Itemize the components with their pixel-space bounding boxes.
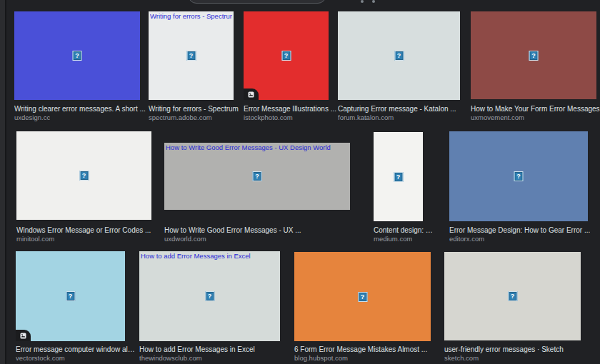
result-domain[interactable]: medium.com (374, 235, 412, 243)
broken-image-icon: ? (529, 51, 539, 61)
broken-image-icon: ? (253, 171, 262, 181)
broken-image-icon: ? (186, 51, 196, 61)
result-domain[interactable]: uxmovement.com (471, 113, 524, 121)
image-stack-icon (20, 329, 26, 342)
broken-image-icon: ? (281, 51, 291, 61)
result-title[interactable]: Error Message Illustrations ... (244, 105, 336, 113)
image-result-thumbnail[interactable]: ? (16, 131, 151, 220)
result-domain[interactable]: sketch.com (444, 354, 479, 362)
result-domain[interactable]: thewindowsclub.com (139, 354, 202, 362)
broken-image-alt-text: How to Write Good Error Messages - UX De… (166, 143, 349, 152)
cropped-text-mark (361, 0, 364, 3)
image-result-thumbnail[interactable]: Writing for errors - Spectrum? (149, 11, 234, 100)
image-stack-badge (16, 330, 31, 341)
image-stack-badge (244, 89, 259, 100)
result-domain[interactable]: editorx.com (449, 235, 484, 243)
broken-image-icon: ? (79, 171, 89, 181)
result-domain[interactable]: istockphoto.com (244, 113, 293, 121)
image-result-thumbnail[interactable]: ? (294, 252, 431, 341)
image-result-thumbnail[interactable]: ? (444, 252, 581, 340)
result-title[interactable]: How to Make Your Form Error Messages ... (471, 105, 600, 113)
window-edge (0, 0, 6, 364)
result-domain[interactable]: uxdworld.com (164, 235, 206, 243)
broken-image-alt-text: Writing for errors - Spectrum (150, 12, 232, 21)
image-result-thumbnail[interactable]: ? (338, 11, 460, 100)
broken-image-icon: ? (205, 291, 214, 301)
image-result-thumbnail[interactable]: How to add Error Messages in Excel? (139, 251, 280, 341)
image-result-thumbnail[interactable]: ? (374, 132, 423, 221)
result-title[interactable]: Capturing Error message - Katalon ... (338, 105, 456, 113)
result-domain[interactable]: vectorstock.com (16, 354, 65, 362)
result-domain[interactable]: minitool.com (16, 235, 54, 243)
broken-image-icon: ? (508, 291, 517, 301)
image-result-thumbnail[interactable]: ? (16, 251, 125, 341)
result-domain[interactable]: forum.katalon.com (338, 113, 394, 121)
result-domain[interactable]: blog.hubspot.com (294, 354, 348, 362)
result-title[interactable]: Writing for errors - Spectrum (149, 105, 239, 113)
broken-image-icon: ? (394, 172, 403, 182)
cropped-text-mark (372, 0, 375, 3)
result-title[interactable]: Error Message Design: How to Gear Error … (449, 226, 590, 235)
result-title[interactable]: Content design: How to ... (374, 226, 436, 235)
image-result-thumbnail[interactable]: How to Write Good Error Messages - UX De… (164, 143, 350, 210)
result-domain[interactable]: uxdesign.cc (14, 113, 50, 121)
broken-image-icon: ? (73, 51, 82, 61)
result-title[interactable]: How to add Error Messages in Excel (139, 345, 255, 354)
image-result-thumbnail[interactable]: ? (244, 11, 329, 100)
broken-image-icon: ? (66, 291, 75, 301)
result-title[interactable]: Error message computer window aler... (16, 345, 138, 354)
image-result-thumbnail[interactable]: ? (14, 11, 140, 100)
broken-image-alt-text: How to add Error Messages in Excel (141, 252, 279, 261)
result-title[interactable]: 6 Form Error Message Mistakes Almost ... (294, 345, 427, 354)
result-title[interactable]: Windows Error Message or Error Codes ... (16, 226, 151, 235)
image-result-thumbnail[interactable]: ? (471, 11, 596, 99)
result-domain[interactable]: spectrum.adobe.com (149, 113, 212, 121)
image-stack-icon (248, 88, 254, 101)
broken-image-icon: ? (394, 51, 404, 61)
search-bar-bottom-edge[interactable] (188, 0, 326, 4)
result-title[interactable]: user-friendly error messages · Sketch (444, 345, 564, 354)
result-title[interactable]: How to Write Good Error Messages - UX ..… (164, 226, 301, 235)
broken-image-icon: ? (358, 292, 367, 302)
result-title[interactable]: Writing clearer error messages. A short … (14, 105, 146, 113)
broken-image-icon: ? (514, 171, 524, 181)
image-result-thumbnail[interactable]: ? (449, 131, 588, 221)
